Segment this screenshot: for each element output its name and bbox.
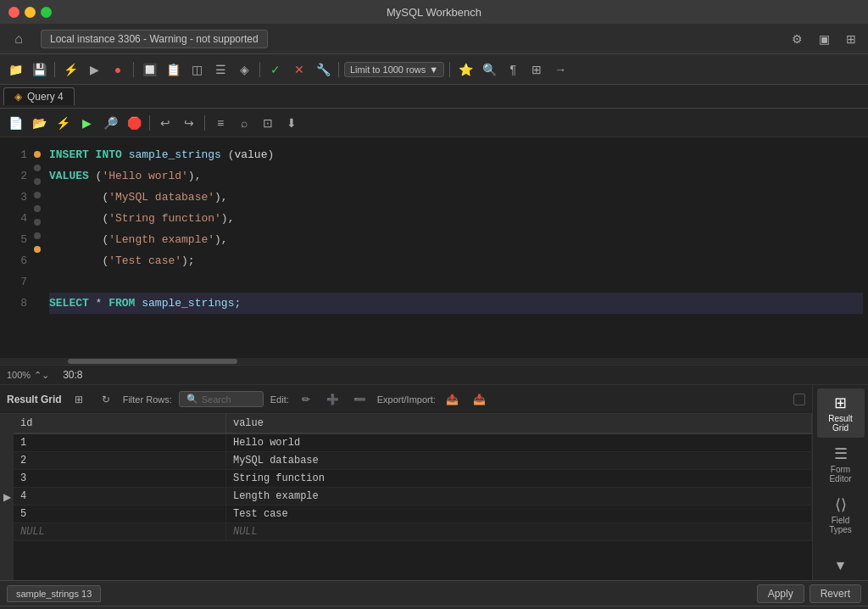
import-icon[interactable]: ⬇ — [281, 113, 302, 133]
run-sql-icon[interactable]: ⚡ — [53, 113, 73, 133]
field-types-panel-button[interactable]: ⟨⟩ FieldTypes — [817, 490, 865, 539]
zoom-chevron-icon[interactable]: ⌃⌄ — [34, 370, 49, 381]
new-file-icon[interactable]: 📄 — [5, 113, 25, 133]
action-icon[interactable]: → — [550, 59, 570, 80]
limit-dropdown[interactable]: Limit to 1000 rows ▼ — [344, 62, 444, 77]
query-tab[interactable]: ◈ Query 4 — [3, 87, 75, 105]
open-folder-icon[interactable]: 📁 — [5, 59, 25, 80]
snippet-icon[interactable]: ⊞ — [526, 59, 547, 80]
main-toolbar: 📁 💾 ⚡ ▶ ● 🔲 📋 ◫ ☰ ◈ ✓ ✕ 🔧 Limit to 1000 … — [0, 54, 868, 85]
cell-value[interactable]: Hello world — [225, 433, 811, 452]
code-line-3: ('MySQL database'), — [49, 187, 863, 208]
context-icon[interactable]: ≡ — [210, 113, 231, 133]
line-number: 4 — [3, 208, 27, 229]
stop-sql-icon[interactable]: 🛑 — [124, 113, 144, 133]
save-icon[interactable]: 💾 — [29, 59, 49, 80]
view-icon[interactable]: ▣ — [814, 29, 834, 49]
cell-value[interactable]: Test case — [225, 506, 811, 523]
cell-id[interactable]: NULL — [14, 523, 225, 541]
expand-panel-arrow[interactable]: ▶ — [0, 414, 14, 580]
code-content[interactable]: INSERT INTO sample_strings (value) VALUE… — [44, 137, 868, 358]
format2-icon[interactable]: ⊡ — [258, 113, 278, 133]
table-row[interactable]: 3String function — [14, 470, 812, 488]
table-row[interactable]: 2MySQL database — [14, 452, 812, 470]
toolbar-separator-2 — [133, 62, 134, 77]
table-row[interactable]: 1Hello world — [14, 433, 812, 452]
execute-icon[interactable]: ⚡ — [60, 59, 81, 80]
line-number: 7 — [3, 271, 27, 293]
export-label: Export/Import: — [377, 394, 436, 405]
result-area: Result Grid ⊞ ↻ Filter Rows: 🔍 Search Ed… — [0, 385, 868, 580]
editor-scrollbar[interactable] — [0, 358, 868, 365]
right-panel: ⊞ ResultGrid ☰ FormEditor ⟨⟩ FieldTypes … — [812, 385, 868, 580]
export-icon[interactable]: 🔧 — [313, 59, 333, 80]
cell-value[interactable]: NULL — [225, 523, 811, 541]
result-grid[interactable]: id value 1Hello world2MySQL database3Str… — [14, 414, 812, 580]
home-icon[interactable]: ⌂ — [7, 27, 31, 51]
code-line-5: ('Length example'), — [49, 229, 863, 250]
settings-icon[interactable]: ⚙ — [787, 29, 807, 49]
table-row[interactable]: 5Test case — [14, 506, 812, 523]
minimize-button[interactable] — [25, 7, 36, 18]
zoom-control[interactable]: 100% ⌃⌄ — [7, 370, 49, 381]
index-icon[interactable]: ☰ — [210, 59, 231, 80]
bookmark-icon[interactable]: ⭐ — [455, 59, 476, 80]
rollback-icon[interactable]: ✕ — [289, 59, 309, 80]
toolbar-separator — [54, 62, 55, 77]
cell-value[interactable]: MySQL database — [225, 452, 811, 470]
grid-view-icon[interactable]: ⊞ — [69, 389, 89, 410]
cell-value[interactable]: Length example — [225, 488, 811, 506]
refresh-icon[interactable]: ↻ — [96, 389, 116, 410]
scrollbar-thumb[interactable] — [68, 359, 237, 364]
search2-icon[interactable]: 🔍 — [479, 59, 499, 80]
table-row[interactable]: NULLNULL — [14, 523, 812, 541]
redo-icon[interactable]: ↪ — [179, 113, 199, 133]
undo-icon[interactable]: ↩ — [155, 113, 175, 133]
code-editor[interactable]: programguru.org 1 2 3 4 5 6 7 8 INSERT I… — [0, 137, 868, 358]
schema-icon[interactable]: 🔲 — [139, 59, 159, 80]
column-icon[interactable]: ◫ — [186, 59, 207, 80]
code-line-7 — [49, 271, 863, 293]
trigger-icon[interactable]: ◈ — [234, 59, 254, 80]
apply-button[interactable]: Apply — [757, 584, 804, 603]
table-row[interactable]: 4Length example — [14, 488, 812, 506]
form-editor-panel-button[interactable]: ☰ FormEditor — [817, 439, 865, 489]
cell-id[interactable]: 5 — [14, 506, 225, 523]
stop-icon[interactable]: ● — [108, 59, 128, 80]
code-line-1: INSERT INTO sample_strings (value) — [49, 144, 863, 165]
line-dot — [34, 165, 41, 171]
cell-id[interactable]: 1 — [14, 433, 225, 452]
cell-value[interactable]: String function — [225, 470, 811, 488]
add-row-icon[interactable]: ➕ — [323, 389, 343, 410]
connection-tab[interactable]: Local instance 3306 - Warning - not supp… — [41, 30, 268, 48]
commit-icon[interactable]: ✓ — [265, 59, 286, 80]
table-result-tab[interactable]: sample_strings 13 — [7, 585, 101, 602]
export-icon[interactable]: 📤 — [442, 389, 463, 410]
run-line-icon[interactable]: ▶ — [76, 113, 97, 133]
split-icon[interactable]: ⊞ — [841, 29, 861, 49]
grid-panel-icon: ⊞ — [821, 394, 861, 412]
cell-id[interactable]: 4 — [14, 488, 225, 506]
close-button[interactable] — [8, 7, 19, 18]
result-grid-panel-button[interactable]: ⊞ ResultGrid — [817, 388, 865, 438]
execute-current-icon[interactable]: ▶ — [84, 59, 104, 80]
cell-id[interactable]: 2 — [14, 452, 225, 470]
edit-row-icon[interactable]: ✏ — [296, 389, 316, 410]
footer: Query Completed — [0, 606, 868, 609]
checkbox-icon[interactable] — [793, 394, 805, 405]
open-file-icon[interactable]: 📂 — [29, 113, 49, 133]
delete-row-icon[interactable]: ➖ — [350, 389, 370, 410]
revert-button[interactable]: Revert — [810, 584, 861, 603]
import-icon[interactable]: 📥 — [470, 389, 490, 410]
cell-id[interactable]: 3 — [14, 470, 225, 488]
maximize-button[interactable] — [41, 7, 52, 18]
code-line-8: SELECT * FROM sample_strings; — [49, 293, 863, 314]
panel-down-arrow[interactable]: ▼ — [831, 555, 851, 577]
line-dot — [34, 178, 41, 185]
search-box[interactable]: 🔍 Search — [179, 391, 264, 407]
format-icon[interactable]: ¶ — [503, 59, 523, 80]
find-icon[interactable]: ⌕ — [234, 113, 254, 133]
bottom-tabs: sample_strings 13 Apply Revert — [0, 580, 868, 606]
table-icon[interactable]: 📋 — [163, 59, 183, 80]
explain-icon[interactable]: 🔎 — [100, 113, 120, 133]
